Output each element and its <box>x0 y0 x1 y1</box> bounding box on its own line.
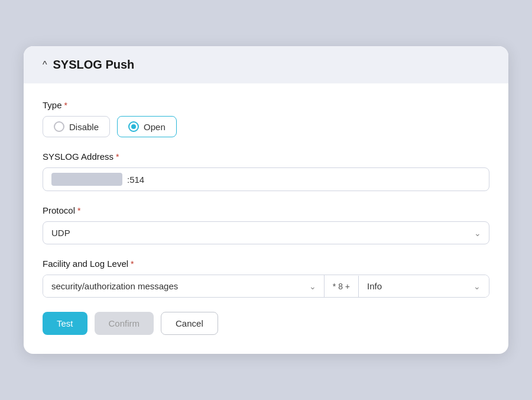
facility-select[interactable]: security/authorization messages <box>43 275 325 297</box>
card-title: SYSLOG Push <box>53 58 135 72</box>
log-level-wrapper: Info Debug Warning Error ⌄ <box>359 275 489 297</box>
facility-row: security/authorization messages ⌄ * 8 + … <box>43 275 489 298</box>
protocol-select-wrapper: UDP TCP ⌄ <box>43 221 489 244</box>
type-radio-group: Disable Open <box>43 116 489 137</box>
radio-disable-circle <box>54 121 64 132</box>
protocol-required: * <box>77 206 80 215</box>
type-required: * <box>64 101 67 110</box>
radio-open-circle <box>128 121 139 132</box>
cancel-button[interactable]: Cancel <box>161 312 218 335</box>
button-row: Test Confirm Cancel <box>43 312 489 335</box>
syslog-address-group: SYSLOG Address * :514 <box>43 151 489 191</box>
protocol-group: Protocol * UDP TCP ⌄ <box>43 205 489 244</box>
protocol-select[interactable]: UDP TCP <box>43 221 489 244</box>
address-port: :514 <box>127 175 144 185</box>
radio-disable-label: Disable <box>69 122 99 132</box>
confirm-button: Confirm <box>95 312 154 335</box>
radio-open-label: Open <box>144 122 166 132</box>
syslog-address-label: SYSLOG Address * <box>43 151 489 162</box>
facility-required: * <box>131 259 134 269</box>
radio-disable[interactable]: Disable <box>43 116 110 137</box>
card-body: Type * Disable Open SYSLOG Address * <box>24 83 508 354</box>
log-badge: * 8 + <box>325 276 359 297</box>
type-label: Type * <box>43 100 489 110</box>
type-group: Type * Disable Open <box>43 100 489 137</box>
log-level-select[interactable]: Info Debug Warning Error <box>359 275 489 297</box>
syslog-address-required: * <box>116 152 119 162</box>
protocol-label: Protocol * <box>43 205 489 215</box>
card-header: ^ SYSLOG Push <box>24 46 508 83</box>
radio-open[interactable]: Open <box>117 116 177 137</box>
test-button[interactable]: Test <box>43 312 87 335</box>
syslog-address-field[interactable]: :514 <box>43 167 489 191</box>
facility-select-wrapper: security/authorization messages ⌄ <box>43 275 325 297</box>
syslog-push-card: ^ SYSLOG Push Type * Disable Open <box>24 46 508 354</box>
address-blur <box>51 173 122 186</box>
chevron-up-icon: ^ <box>43 60 47 70</box>
facility-group: Facility and Log Level * security/author… <box>43 259 489 298</box>
facility-label: Facility and Log Level * <box>43 259 489 269</box>
